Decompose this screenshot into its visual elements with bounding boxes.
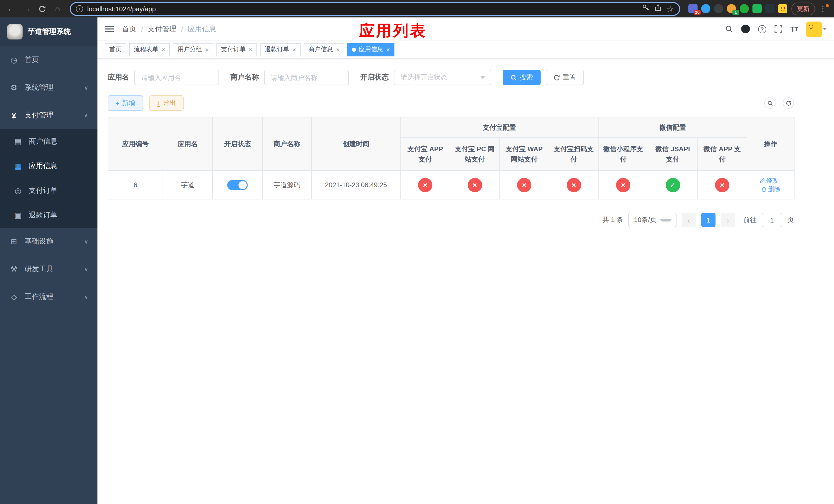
extension-icon[interactable] [701, 4, 710, 13]
github-icon[interactable] [741, 25, 750, 33]
extension-icon[interactable] [740, 4, 749, 13]
extension-icon[interactable] [765, 4, 774, 13]
close-icon[interactable]: × [205, 46, 209, 53]
cell-status [213, 170, 262, 199]
refresh-table-button[interactable] [783, 97, 794, 109]
merchant-name-input[interactable] [264, 70, 349, 85]
sidebar-item-refund-order[interactable]: ▣ 退款订单 [0, 203, 97, 228]
cell-wechat-mini: × [598, 170, 648, 199]
status-select[interactable]: 请选择开启状态 [394, 70, 491, 85]
help-icon[interactable]: ? [758, 25, 766, 33]
site-info-icon[interactable]: i [76, 5, 83, 12]
address-bar[interactable]: i localhost:1024/pay/app ☆ [70, 2, 680, 16]
prev-page-button[interactable]: ‹ [682, 213, 696, 227]
sidebar-item-dev-tools[interactable]: ⚒ 研发工具 ∨ [0, 255, 97, 283]
close-icon[interactable]: × [161, 46, 165, 53]
tab-process-form[interactable]: 流程表单 × [129, 43, 170, 56]
close-icon[interactable]: × [386, 46, 390, 53]
col-group-alipay: 支付宝配置 [400, 117, 598, 138]
tab-user-group[interactable]: 用户分组 × [173, 43, 213, 56]
forward-icon[interactable]: → [20, 2, 34, 16]
search-button-label: 搜索 [520, 73, 533, 82]
extension-icon[interactable]: 1 [727, 4, 736, 13]
close-icon[interactable]: × [292, 46, 296, 53]
merchant-name-label: 商户名称 [230, 73, 259, 82]
back-icon[interactable]: ← [4, 2, 19, 16]
sidebar-item-app-info[interactable]: ▦ 应用信息 [0, 154, 97, 178]
page-unit-label: 页 [787, 215, 794, 225]
search-icon[interactable] [725, 25, 733, 33]
sidebar-item-pay-order[interactable]: ◎ 支付订单 [0, 178, 97, 203]
fullscreen-icon[interactable] [774, 25, 782, 33]
col-wechat-mini: 微信小程序支付 [598, 138, 648, 170]
hamburger-icon[interactable] [105, 26, 114, 32]
font-size-icon[interactable]: TT [790, 25, 798, 33]
tags-bar: 首页 流程表单 × 用户分组 × 支付订单 × 退款订单 × [97, 41, 834, 59]
home-icon[interactable]: ⌂ [50, 2, 65, 16]
breadcrumb-current: 应用信息 [188, 24, 216, 33]
col-group-wechat: 微信配置 [598, 117, 747, 138]
cell-wechat-jsapi: ✓ [648, 170, 697, 199]
reset-button[interactable]: 重置 [546, 70, 584, 85]
cell-app-name: 芋道 [163, 170, 213, 199]
sidebar-item-infrastructure[interactable]: ⊞ 基础设施 ∨ [0, 228, 97, 255]
goto-page-input[interactable] [762, 213, 782, 227]
extension-icon[interactable] [752, 4, 762, 13]
sidebar-item-payment[interactable]: ¥ 支付管理 ∧ [0, 101, 97, 129]
tools-icon: ⚒ [9, 265, 19, 274]
user-avatar[interactable] [806, 21, 827, 37]
page-number-button[interactable]: 1 [701, 213, 716, 227]
app-name-input[interactable] [134, 70, 219, 85]
tab-merchant-info[interactable]: 商户信息 × [304, 43, 344, 56]
close-icon[interactable]: × [249, 46, 253, 53]
navbar-actions: ? TT [725, 21, 827, 37]
cell-created: 2021-10-23 08:49:25 [312, 170, 400, 199]
plus-icon: + [115, 100, 119, 107]
sidebar-logo[interactable]: 芋道管理系统 [0, 18, 97, 46]
sidebar-item-home[interactable]: ◷ 首页 [0, 46, 97, 74]
breadcrumb-home[interactable]: 首页 [122, 24, 136, 33]
refund-icon: ▣ [13, 211, 23, 220]
edit-link[interactable]: 修改 [759, 176, 778, 185]
password-key-icon[interactable] [642, 4, 649, 13]
export-button[interactable]: ↓ 导出 [149, 95, 184, 111]
delete-link[interactable]: 删除 [761, 185, 781, 193]
export-button-label: 导出 [162, 98, 176, 108]
reload-icon[interactable] [35, 2, 49, 16]
browser-update-button[interactable]: 更新 [791, 2, 815, 15]
tab-pay-order[interactable]: 支付订单 × [216, 43, 257, 56]
tab-home[interactable]: 首页 [105, 43, 126, 56]
sidebar-item-merchant-info[interactable]: ▤ 商户信息 [0, 129, 97, 154]
chevron-down-icon: ∨ [84, 266, 88, 273]
logo-avatar [7, 24, 23, 40]
extension-icon[interactable]: 10 [688, 4, 698, 13]
extension-icon[interactable] [714, 4, 723, 13]
col-wechat-jsapi: 微信 JSAPI 支付 [648, 138, 697, 170]
add-button-label: 新增 [122, 98, 135, 108]
tab-label: 首页 [109, 45, 122, 54]
browser-menu-icon[interactable]: ⋮ [816, 4, 830, 13]
sidebar-item-system[interactable]: ⚙ 系统管理 ∨ [0, 74, 97, 101]
close-icon[interactable]: × [336, 46, 339, 53]
cell-wechat-app: × [697, 170, 747, 199]
next-page-button[interactable]: › [721, 213, 735, 227]
status-toggle[interactable] [227, 180, 248, 190]
bookmark-star-icon[interactable]: ☆ [666, 4, 674, 14]
edit-link-label: 修改 [766, 176, 778, 185]
main-area: 首页 / 支付管理 / 应用信息 ? TT [97, 18, 834, 504]
share-icon[interactable] [654, 4, 661, 13]
close-circle-icon: × [418, 178, 432, 192]
tab-app-info[interactable]: 应用信息 × [347, 43, 394, 56]
tab-refund-order[interactable]: 退款订单 × [260, 43, 301, 56]
extension-avatar-icon[interactable] [778, 4, 787, 13]
breadcrumb-payment[interactable]: 支付管理 [148, 24, 176, 33]
col-created: 创建时间 [312, 117, 400, 170]
page-size-select[interactable]: 10条/页 [628, 213, 677, 227]
search-button[interactable]: 搜索 [503, 70, 541, 85]
avatar-face-icon [806, 21, 822, 37]
sidebar-item-workflow[interactable]: ◇ 工作流程 ∨ [0, 283, 97, 311]
payment-submenu: ▤ 商户信息 ▦ 应用信息 ◎ 支付订单 ▣ 退款订单 [0, 129, 97, 228]
extension-badge: 1 [732, 10, 739, 15]
add-button[interactable]: + 新增 [108, 95, 143, 111]
toggle-search-button[interactable] [764, 97, 775, 109]
